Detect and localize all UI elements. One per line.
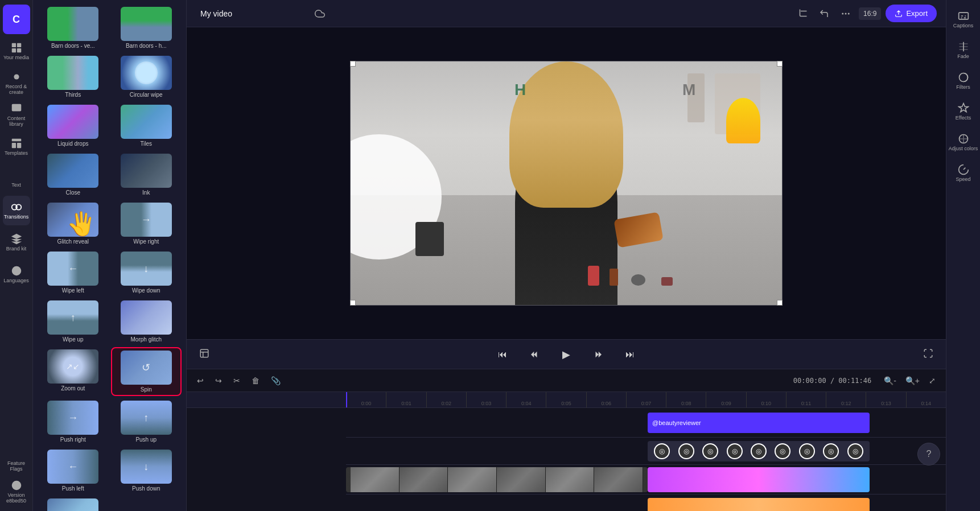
- undo-button[interactable]: [816, 5, 833, 22]
- playhead[interactable]: [346, 392, 347, 407]
- ruler-mark-8: 0:08: [666, 392, 706, 407]
- transition-wipe-left[interactable]: ← Wipe left: [38, 249, 109, 296]
- transition-fade-through[interactable]: Fade through ...: [38, 496, 109, 511]
- add-media-button[interactable]: 📎: [267, 374, 284, 388]
- transition-zoom-out[interactable]: ↗↙ Zoom out: [38, 347, 109, 396]
- delete-button[interactable]: 🗑: [248, 374, 263, 388]
- transition-thumb-barn-ve: [47, 7, 98, 41]
- more-options-button[interactable]: [837, 5, 854, 22]
- right-icon-captions[interactable]: Captions: [949, 5, 978, 34]
- transition-push-right[interactable]: → Push right: [38, 398, 109, 445]
- transition-thumb-glitch: [47, 203, 98, 237]
- ruler-mark-4: 0:04: [506, 392, 546, 407]
- sidebar-item-templates[interactable]: Templates: [3, 132, 30, 162]
- play-button[interactable]: ▶: [556, 344, 577, 365]
- skip-forward-button[interactable]: ⏭: [620, 344, 640, 365]
- transition-barn-doors-h[interactable]: Barn doors - h...: [111, 5, 182, 51]
- svg-rect-7: [11, 143, 15, 148]
- sidebar-item-brand-kit[interactable]: Brand kit: [3, 228, 30, 257]
- sidebar-item-version[interactable]: Version e8bed50: [3, 477, 30, 506]
- right-icon-adjust-colors[interactable]: Adjust colors: [949, 127, 978, 157]
- transition-thumb-push-down: ↓: [121, 450, 172, 484]
- transition-barn-doors-ve[interactable]: Barn doors - ve...: [38, 5, 109, 51]
- svg-rect-6: [11, 139, 21, 142]
- sidebar-item-languages[interactable]: Languages: [3, 259, 30, 289]
- svg-rect-16: [200, 349, 208, 357]
- trim-button[interactable]: [196, 345, 213, 364]
- emoji-clip[interactable]: ◎ ◎ ◎ ◎ ◎ ◎ ◎ ◎ ◎: [648, 441, 870, 461]
- transition-thirds[interactable]: Thirds: [38, 53, 109, 100]
- transition-wipe-right[interactable]: → Wipe right: [111, 200, 182, 247]
- right-icon-effects[interactable]: Effects: [949, 97, 978, 126]
- right-icon-fade[interactable]: Fade: [949, 35, 978, 65]
- video-thumb-2: [400, 467, 448, 492]
- text-clip[interactable]: @beautyreviewer: [648, 413, 870, 433]
- sidebar-item-your-media[interactable]: Your media: [3, 36, 30, 66]
- canvas-handle-tl[interactable]: [350, 61, 356, 67]
- svg-point-15: [848, 13, 850, 14]
- transition-push-up[interactable]: ↑ Push up: [111, 398, 182, 445]
- ruler-mark-1: 0:01: [386, 392, 426, 407]
- holographic-clip[interactable]: [648, 467, 870, 492]
- transition-spin[interactable]: ↺ Spin: [111, 347, 182, 396]
- svg-point-4: [14, 75, 19, 80]
- svg-rect-8: [17, 143, 20, 148]
- transition-thumb-circular: [121, 56, 172, 90]
- time-display: 00:00:00 / 00:11:46: [793, 377, 871, 385]
- video-thumbnails: [351, 467, 643, 492]
- sidebar-item-record[interactable]: Record & create: [3, 68, 30, 98]
- fit-view-button[interactable]: ⤢: [925, 374, 939, 388]
- video-title-input[interactable]: [196, 7, 304, 20]
- transition-morph-glitch[interactable]: Morph glitch: [111, 298, 182, 345]
- transition-glitch-reveal[interactable]: Glitch reveal: [38, 200, 109, 247]
- cloud-save-button[interactable]: [311, 5, 328, 22]
- transition-thumb-wipe-left: ←: [47, 252, 98, 286]
- transition-ink[interactable]: Ink: [111, 151, 182, 198]
- sidebar-item-transitions[interactable]: Transitions: [3, 196, 30, 225]
- skip-back-button[interactable]: ⏮: [492, 344, 513, 365]
- sidebar-item-content-library[interactable]: Content library: [3, 100, 30, 130]
- help-button[interactable]: ?: [917, 443, 940, 465]
- transition-wipe-down[interactable]: ↓ Wipe down: [111, 249, 182, 296]
- transition-circular-wipe[interactable]: Circular wipe: [111, 53, 182, 100]
- undo-timeline-button[interactable]: ↩: [193, 374, 207, 388]
- canvas-handle-br[interactable]: [777, 300, 783, 306]
- rewind-button[interactable]: [524, 344, 545, 365]
- transition-thumb-wipe-up: ↑: [47, 300, 98, 335]
- scissors-button[interactable]: ✂: [230, 374, 244, 388]
- transition-wipe-up[interactable]: ↑ Wipe up: [38, 298, 109, 345]
- emoji-9: ◎: [847, 443, 863, 459]
- zoom-out-button[interactable]: 🔍-: [880, 374, 900, 388]
- transition-close[interactable]: Close: [38, 151, 109, 198]
- canvas-handle-bl[interactable]: [350, 300, 356, 306]
- video-clip[interactable]: [346, 467, 648, 492]
- transition-liquid-drops[interactable]: Liquid drops: [38, 102, 109, 149]
- zoom-in-button[interactable]: 🔍+: [902, 374, 923, 388]
- timeline-tracks: @beautyreviewer ◎ ◎ ◎ ◎ ◎ ◎ ◎ ◎ ◎: [187, 408, 946, 511]
- right-icon-speed[interactable]: Speed: [949, 158, 978, 188]
- export-button[interactable]: Export: [886, 5, 937, 22]
- crop-button[interactable]: [794, 5, 811, 22]
- app-logo[interactable]: C: [3, 5, 30, 34]
- fullscreen-button[interactable]: [920, 345, 937, 364]
- transition-tiles[interactable]: Tiles: [111, 102, 182, 149]
- emoji-4: ◎: [727, 443, 743, 459]
- right-icon-filters[interactable]: Filters: [949, 66, 978, 96]
- ruler-mark-11: 0:11: [786, 392, 826, 407]
- canvas-handle-tr[interactable]: [777, 61, 783, 67]
- svg-rect-1: [17, 43, 20, 47]
- sidebar-item-feature-flags[interactable]: Feature Flags: [3, 445, 30, 475]
- emoji-6: ◎: [775, 443, 790, 459]
- sidebar-item-text[interactable]: Text: [3, 164, 30, 193]
- transition-push-down[interactable]: ↓ Push down: [111, 447, 182, 494]
- transition-thumb-push-left: ←: [47, 450, 98, 484]
- transition-push-left[interactable]: ← Push left: [38, 447, 109, 494]
- transition-thumb-liquid: [47, 105, 98, 139]
- fast-forward-button[interactable]: [588, 344, 608, 365]
- transition-thumb-zoom-out: ↗↙: [47, 349, 98, 384]
- ruler-mark-0: 0:00: [346, 392, 386, 407]
- redo-timeline-button[interactable]: ↪: [212, 374, 225, 388]
- ruler-mark-9: 0:09: [706, 392, 746, 407]
- orange-clip[interactable]: [648, 498, 870, 512]
- transition-thumb-fade-through: [47, 498, 98, 511]
